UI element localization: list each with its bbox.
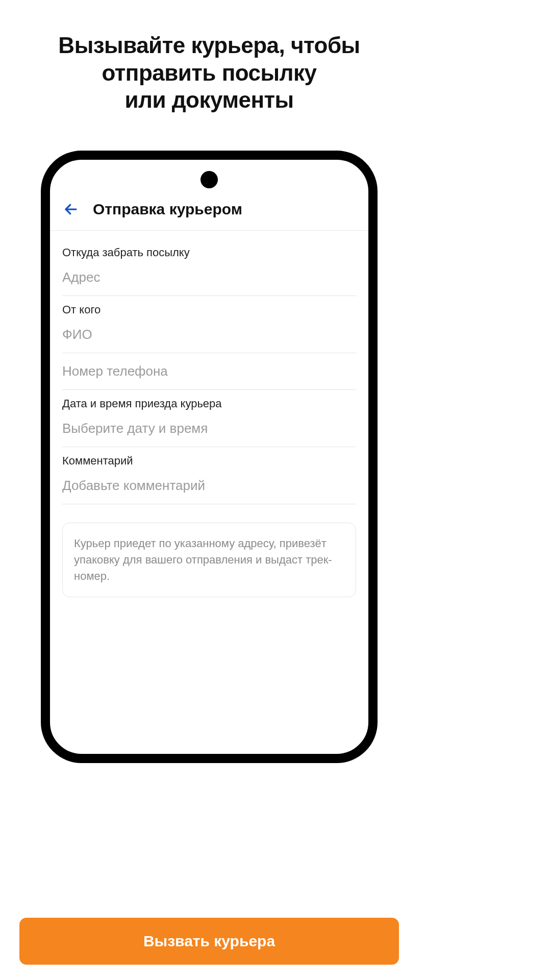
- screen-header: Отправка курьером: [50, 195, 368, 231]
- comment-input[interactable]: [62, 475, 356, 504]
- courier-info-card: Курьер приедет по указанному адресу, при…: [62, 523, 356, 597]
- arrow-left-icon: [63, 202, 79, 217]
- datetime-input[interactable]: [62, 418, 356, 447]
- courier-form: Откуда забрать посылку От кого Дата и вр…: [50, 231, 368, 597]
- sender-field: От кого: [62, 296, 356, 353]
- comment-label: Комментарий: [62, 454, 356, 468]
- sender-name-input[interactable]: [62, 324, 356, 353]
- app-screen: Отправка курьером Откуда забрать посылку…: [50, 160, 368, 754]
- comment-field: Комментарий: [62, 447, 356, 504]
- phone-mockup: Отправка курьером Откуда забрать посылку…: [41, 151, 378, 763]
- hero-title: Вызывайте курьера, чтобы отправить посыл…: [0, 0, 418, 114]
- datetime-field: Дата и время приезда курьера: [62, 390, 356, 447]
- datetime-label: Дата и время приезда курьера: [62, 397, 356, 410]
- sender-label: От кого: [62, 303, 356, 316]
- sender-phone-field: [62, 353, 356, 390]
- pickup-address-label: Откуда забрать посылку: [62, 246, 356, 259]
- call-courier-button[interactable]: Вызвать курьера: [19, 918, 399, 965]
- pickup-address-field: Откуда забрать посылку: [62, 239, 356, 296]
- screen-title: Отправка курьером: [93, 201, 242, 218]
- pickup-address-input[interactable]: [62, 266, 356, 296]
- phone-camera-dot: [201, 171, 218, 188]
- phone-frame: Отправка курьером Откуда забрать посылку…: [41, 151, 378, 763]
- back-button[interactable]: [62, 201, 80, 218]
- sender-phone-input[interactable]: [62, 360, 356, 390]
